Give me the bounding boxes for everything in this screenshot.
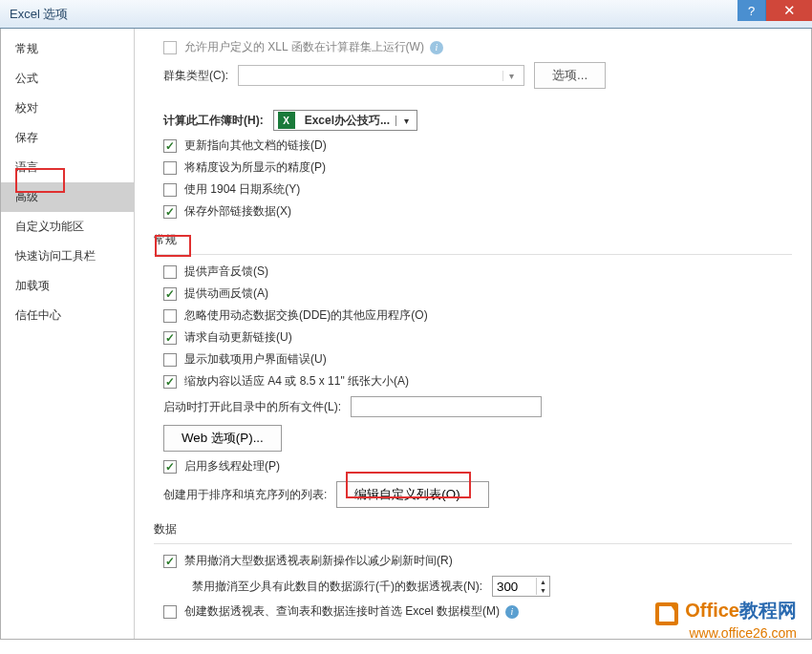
checkbox-ignore-dde[interactable]: [163, 309, 177, 323]
checkbox-date1904[interactable]: [163, 183, 177, 197]
sidebar-item-language[interactable]: 语言: [1, 153, 134, 182]
label-startup-files: 启动时打开此目录中的所有文件(L):: [163, 399, 341, 415]
label-sound-feedback: 提供声音反馈(S): [184, 264, 268, 280]
checkbox-anim-feedback[interactable]: [163, 287, 177, 301]
input-rows[interactable]: [493, 580, 536, 594]
section-header-data: 数据: [154, 512, 792, 544]
row-auto-update-links: 请求自动更新链接(U): [154, 327, 792, 348]
checkbox-precision[interactable]: [163, 161, 177, 175]
row-multithread: 启用多线程处理(P): [154, 455, 792, 477]
label-ignore-dde: 忽略使用动态数据交换(DDE)的其他应用程序(O): [184, 307, 428, 324]
label-save-ext-links: 保存外部链接数据(X): [184, 203, 291, 220]
label-anim-feedback: 提供动画反馈(A): [184, 285, 268, 302]
row-disable-undo-rows: 禁用撤消至少具有此数目的数据源行(千)的数据透视表(N): ▲▼: [154, 572, 792, 601]
row-custom-list: 创建用于排序和填充序列的列表: 编辑自定义列表(O)...: [154, 477, 792, 512]
checkbox-scale-a4[interactable]: [163, 375, 177, 389]
checkbox-allow-xll[interactable]: [163, 41, 177, 54]
content-inner: 允许用户定义的 XLL 函数在计算群集上运行(W) i 群集类型(C): ▾ 选…: [142, 29, 803, 630]
checkbox-save-ext-links[interactable]: [163, 205, 177, 219]
label-prefer-excel-model: 创建数据透视表、查询表和数据连接时首选 Excel 数据模型(M): [184, 603, 500, 620]
input-startup-files[interactable]: [351, 396, 542, 417]
dialog-body: 常规 公式 校对 保存 语言 高级 自定义功能区 快速访问工具栏 加载项 信任中…: [0, 29, 812, 640]
checkbox-update-links[interactable]: [163, 139, 177, 153]
checkbox-sound-feedback[interactable]: [163, 265, 177, 279]
label-cluster-type: 群集类型(C):: [163, 68, 228, 84]
info-icon[interactable]: i: [430, 41, 443, 54]
close-button[interactable]: ✕: [766, 0, 812, 21]
sidebar-item-customize-ribbon[interactable]: 自定义功能区: [1, 212, 134, 242]
checkbox-multithread[interactable]: [163, 460, 177, 474]
workbook-dropdown[interactable]: X Excel办公技巧... ▾: [273, 110, 417, 131]
checkbox-prefer-excel-model[interactable]: [163, 605, 177, 619]
label-custom-list: 创建用于排序和填充序列的列表:: [163, 487, 327, 503]
spinner-buttons[interactable]: ▲▼: [536, 578, 549, 595]
label-auto-update-links: 请求自动更新链接(U): [184, 329, 292, 346]
sidebar-item-addins[interactable]: 加载项: [1, 271, 134, 301]
row-anim-feedback: 提供动画反馈(A): [154, 283, 792, 305]
row-allow-xll: 允许用户定义的 XLL 函数在计算群集上运行(W) i: [154, 36, 792, 58]
row-prefer-excel-model: 创建数据透视表、查询表和数据连接时首选 Excel 数据模型(M) i: [154, 601, 792, 622]
section-header-general: 常规: [154, 222, 792, 255]
window-title: Excel 选项: [10, 6, 68, 23]
sidebar-item-save[interactable]: 保存: [1, 123, 134, 153]
sidebar-item-trust-center[interactable]: 信任中心: [1, 301, 134, 330]
row-save-ext-links: 保存外部链接数据(X): [154, 200, 792, 222]
row-web-options: Web 选项(P)...: [154, 421, 792, 455]
web-options-button[interactable]: Web 选项(P)...: [163, 425, 282, 452]
chevron-down-icon: ▾: [502, 71, 520, 81]
checkbox-auto-update-links[interactable]: [163, 331, 177, 345]
label-multithread: 启用多线程处理(P): [184, 458, 280, 475]
row-precision: 将精度设为所显示的精度(P): [154, 157, 792, 179]
spin-up-icon[interactable]: ▲: [537, 578, 549, 586]
sidebar: 常规 公式 校对 保存 语言 高级 自定义功能区 快速访问工具栏 加载项 信任中…: [1, 29, 135, 639]
label-update-links: 更新指向其他文档的链接(D): [184, 137, 327, 154]
row-update-links: 更新指向其他文档的链接(D): [154, 135, 792, 157]
excel-file-icon: X: [278, 112, 295, 129]
row-cluster-type: 群集类型(C): ▾ 选项...: [154, 58, 792, 93]
spinner-rows[interactable]: ▲▼: [492, 576, 550, 597]
checkbox-addon-ui-errors[interactable]: [163, 353, 177, 367]
sidebar-item-proofing[interactable]: 校对: [1, 94, 134, 123]
row-startup-files: 启动时打开此目录中的所有文件(L):: [154, 392, 792, 421]
spin-down-icon[interactable]: ▼: [537, 586, 549, 595]
window-controls: ? ✕: [737, 0, 812, 21]
row-calc-workbook: 计算此工作簿时(H): X Excel办公技巧... ▾: [154, 93, 792, 135]
row-date1904: 使用 1904 日期系统(Y): [154, 179, 792, 200]
label-addon-ui-errors: 显示加载项用户界面错误(U): [184, 351, 327, 368]
sidebar-item-general[interactable]: 常规: [1, 34, 134, 64]
chevron-down-icon: ▾: [395, 116, 417, 126]
dropdown-cluster-type[interactable]: ▾: [238, 65, 524, 86]
row-disable-undo-large-pivot: 禁用撤消大型数据透视表刷新操作以减少刷新时间(R): [154, 550, 792, 572]
row-ignore-dde: 忽略使用动态数据交换(DDE)的其他应用程序(O): [154, 305, 792, 327]
row-scale-a4: 缩放内容以适应 A4 或 8.5 x 11" 纸张大小(A): [154, 370, 792, 392]
checkbox-disable-undo-large-pivot[interactable]: [163, 555, 177, 568]
label-date1904: 使用 1904 日期系统(Y): [184, 181, 300, 198]
label-scale-a4: 缩放内容以适应 A4 或 8.5 x 11" 纸张大小(A): [184, 373, 409, 390]
titlebar: Excel 选项 ? ✕: [0, 0, 812, 29]
workbook-name: Excel办公技巧...: [299, 113, 395, 129]
row-addon-ui-errors: 显示加载项用户界面错误(U): [154, 348, 792, 370]
label-precision: 将精度设为所显示的精度(P): [184, 159, 326, 176]
info-icon[interactable]: i: [505, 605, 519, 619]
label-disable-undo-rows: 禁用撤消至少具有此数目的数据源行(千)的数据透视表(N):: [192, 579, 482, 595]
label-disable-undo-large-pivot: 禁用撤消大型数据透视表刷新操作以减少刷新时间(R): [184, 553, 453, 569]
row-sound-feedback: 提供声音反馈(S): [154, 261, 792, 283]
sidebar-item-formulas[interactable]: 公式: [1, 64, 134, 94]
edit-custom-list-button[interactable]: 编辑自定义列表(O)...: [336, 481, 488, 508]
cluster-options-button[interactable]: 选项...: [534, 62, 606, 89]
label-calc-workbook: 计算此工作簿时(H):: [163, 113, 264, 129]
help-button[interactable]: ?: [737, 0, 766, 21]
content-pane: 允许用户定义的 XLL 函数在计算群集上运行(W) i 群集类型(C): ▾ 选…: [135, 29, 811, 639]
label-allow-xll: 允许用户定义的 XLL 函数在计算群集上运行(W): [184, 39, 424, 55]
sidebar-item-quick-access[interactable]: 快速访问工具栏: [1, 242, 134, 271]
sidebar-item-advanced[interactable]: 高级: [1, 182, 134, 212]
